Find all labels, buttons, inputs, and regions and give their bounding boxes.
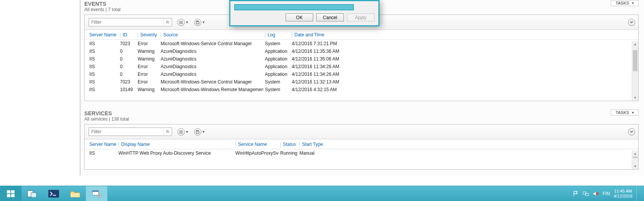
search-button[interactable] [163, 18, 172, 26]
sort-desc-icon: ▼ [313, 32, 316, 33]
cell: 0 [118, 56, 136, 62]
events-tasks-button[interactable]: TASKS ▼ [611, 0, 639, 6]
services-filter-input[interactable] [89, 129, 163, 134]
table-row[interactable]: IIS0WarningAzureDiagnosticsApplication4/… [85, 47, 638, 55]
scrollbar-thumb[interactable] [633, 157, 637, 158]
cell: Microsoft-Windows-Windows Remote Managem… [159, 87, 263, 92]
cell: WinHTTP Web Proxy Auto-Discovery Service [117, 150, 234, 156]
taskbar-explorer[interactable] [64, 186, 86, 201]
table-row[interactable]: IIS7023ErrorMicrosoft-Windows-Service Co… [85, 40, 638, 47]
events-filter[interactable] [89, 18, 172, 26]
events-collapse-button[interactable] [628, 19, 635, 26]
col-log[interactable]: Log [268, 32, 275, 38]
scroll-down-icon[interactable]: ▼ [632, 95, 638, 101]
cell: System [263, 79, 290, 85]
save-icon [196, 130, 199, 134]
cell: WinHttpAutoProxySvc [234, 150, 279, 156]
taskbar-app-active[interactable] [86, 186, 107, 201]
col-service-name[interactable]: Service Name [238, 142, 267, 147]
taskbar-powershell[interactable] [43, 186, 64, 201]
svg-rect-5 [181, 22, 183, 23]
cell: Warning [136, 49, 159, 54]
svg-rect-7 [181, 23, 183, 24]
cell: IIS [88, 56, 118, 62]
clock[interactable]: 11:45 AM 4/12/2016 [614, 189, 632, 199]
cell: Microsoft-Windows-Service Control Manage… [159, 41, 263, 46]
col-server-name[interactable]: Server Name [88, 142, 117, 147]
cell: Error [136, 72, 159, 77]
scrollbar-thumb[interactable] [633, 50, 637, 71]
save-icon [196, 21, 199, 24]
cell: Application [263, 56, 290, 62]
tray-date: 4/12/2016 [614, 194, 632, 199]
table-row[interactable]: IIS0ErrorAzureDiagnosticsApplication4/12… [85, 63, 638, 70]
events-filter-input[interactable] [89, 20, 163, 25]
list-icon [179, 130, 183, 134]
col-severity[interactable]: Severity [140, 32, 157, 38]
cell: AzureDiagnostics [159, 49, 263, 54]
show-desktop-button[interactable] [636, 186, 639, 201]
cell: IIS [88, 64, 118, 69]
services-collapse-button[interactable] [628, 128, 635, 136]
flag-icon[interactable] [573, 191, 579, 197]
language-indicator[interactable]: FIN [603, 191, 610, 196]
network-icon[interactable] [583, 191, 589, 197]
svg-rect-3 [181, 21, 183, 21]
services-queries-button[interactable]: ▼ [177, 128, 189, 136]
svg-rect-33 [585, 193, 588, 196]
svg-rect-23 [31, 193, 36, 198]
left-gutter [0, 0, 80, 176]
col-server-name[interactable]: Server Name [88, 32, 118, 38]
start-button[interactable] [0, 186, 21, 201]
table-row[interactable]: IISWinHTTP Web Proxy Auto-Discovery Serv… [85, 149, 638, 157]
taskbar-server-manager[interactable] [21, 186, 43, 201]
events-queries-button[interactable]: ▼ [177, 19, 189, 26]
table-row[interactable]: IIS7023ErrorMicrosoft-Windows-Service Co… [85, 78, 638, 86]
search-button[interactable] [163, 128, 172, 136]
cell: AzureDiagnostics [159, 56, 263, 62]
scroll-up-icon[interactable]: ▲ [632, 151, 638, 157]
table-row[interactable]: IIS0ErrorAzureDiagnosticsApplication4/12… [85, 70, 638, 78]
cell: Manual [298, 150, 344, 156]
svg-rect-19 [11, 190, 15, 193]
cell: AzureDiagnostics [159, 72, 263, 77]
services-filter[interactable] [89, 127, 172, 136]
col-display-name[interactable]: Display Name [121, 142, 150, 147]
col-start-type[interactable]: Start Type [302, 142, 323, 147]
table-row[interactable]: IIS10149WarningMicrosoft-Windows-Windows… [85, 86, 638, 93]
services-grid-body: IISWinHTTP Web Proxy Auto-Discovery Serv… [85, 149, 638, 157]
apply-button: Apply [347, 13, 375, 21]
col-status[interactable]: Status [283, 142, 296, 147]
cell: IIS [88, 79, 118, 85]
caret-down-icon: ▼ [631, 2, 634, 5]
services-tasks-button[interactable]: TASKS ▼ [611, 109, 639, 116]
svg-point-0 [166, 21, 168, 23]
volume-icon[interactable] [593, 191, 599, 197]
svg-rect-16 [181, 133, 183, 133]
col-id[interactable]: ID [123, 32, 127, 38]
ok-button[interactable]: OK [286, 13, 313, 21]
cell: 7023 [118, 79, 136, 85]
cancel-button[interactable]: Cancel [316, 13, 344, 21]
caret-down-icon: ▼ [631, 111, 634, 114]
svg-point-13 [180, 131, 181, 132]
cell: Application [263, 49, 290, 54]
events-scrollbar[interactable]: ▲ ▼ [632, 41, 638, 101]
svg-rect-32 [583, 192, 586, 194]
col-datetime[interactable]: Date and Time [294, 32, 324, 38]
table-row[interactable]: IIS0WarningAzureDiagnosticsApplication4/… [85, 55, 638, 63]
scroll-up-icon[interactable]: ▲ [632, 41, 638, 47]
cell: Error [136, 79, 159, 85]
cell: Error [136, 41, 159, 46]
events-save-button[interactable]: ▼ [194, 19, 205, 26]
services-save-button[interactable]: ▼ [194, 128, 205, 136]
cell: 4/12/2016 11:35:36 AM [290, 49, 375, 54]
scroll-down-icon[interactable]: ▼ [632, 163, 638, 169]
cell: IIS [88, 87, 118, 92]
server-tools-icon [91, 190, 102, 198]
services-scrollbar[interactable]: ▲ ▼ [632, 151, 638, 169]
col-source[interactable]: Source [163, 32, 178, 38]
tray-time: 11:45 AM [614, 189, 632, 194]
cell: Application [263, 64, 290, 69]
svg-point-6 [180, 23, 181, 24]
